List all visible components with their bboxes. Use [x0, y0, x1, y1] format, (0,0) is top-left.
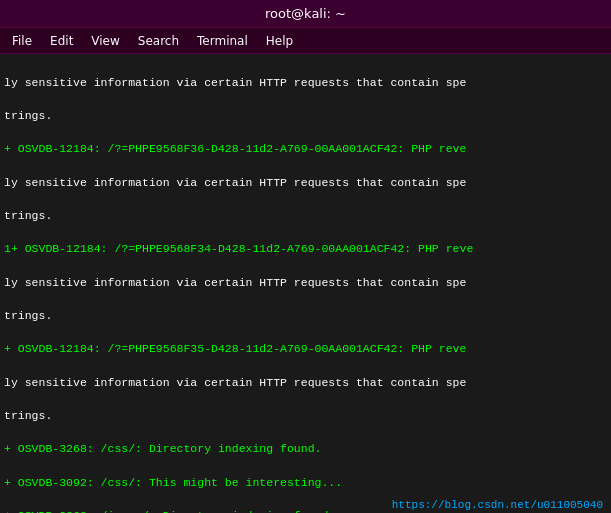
menu-terminal[interactable]: Terminal: [189, 32, 256, 50]
terminal-line: ly sensitive information via certain HTT…: [4, 75, 607, 92]
terminal-line: trings.: [4, 308, 607, 325]
terminal-line: + OSVDB-3092: /css/: This might be inter…: [4, 475, 607, 492]
terminal-line: ly sensitive information via certain HTT…: [4, 275, 607, 292]
terminal-line: + OSVDB-12184: /?=PHPE9568F36-D428-11d2-…: [4, 141, 607, 158]
terminal-line: ly sensitive information via certain HTT…: [4, 375, 607, 392]
terminal-line: + OSVDB-3268: /css/: Directory indexing …: [4, 441, 607, 458]
terminal-line: 1+ OSVDB-12184: /?=PHPE9568F34-D428-11d2…: [4, 241, 607, 258]
terminal-content: ly sensitive information via certain HTT…: [4, 58, 607, 513]
terminal-body: ly sensitive information via certain HTT…: [0, 54, 611, 513]
menu-view[interactable]: View: [83, 32, 127, 50]
title-text: root@kali: ~: [265, 6, 346, 21]
terminal-line: trings.: [4, 408, 607, 425]
menu-bar: File Edit View Search Terminal Help: [0, 28, 611, 54]
terminal-line: + OSVDB-12184: /?=PHPE9568F35-D428-11d2-…: [4, 341, 607, 358]
terminal-line: ly sensitive information via certain HTT…: [4, 175, 607, 192]
menu-edit[interactable]: Edit: [42, 32, 81, 50]
menu-help[interactable]: Help: [258, 32, 301, 50]
terminal-line: trings.: [4, 208, 607, 225]
title-bar: root@kali: ~: [0, 0, 611, 28]
menu-search[interactable]: Search: [130, 32, 187, 50]
terminal-line: trings.: [4, 108, 607, 125]
status-bar: https://blog.csdn.net/u011005040: [384, 497, 611, 513]
menu-file[interactable]: File: [4, 32, 40, 50]
